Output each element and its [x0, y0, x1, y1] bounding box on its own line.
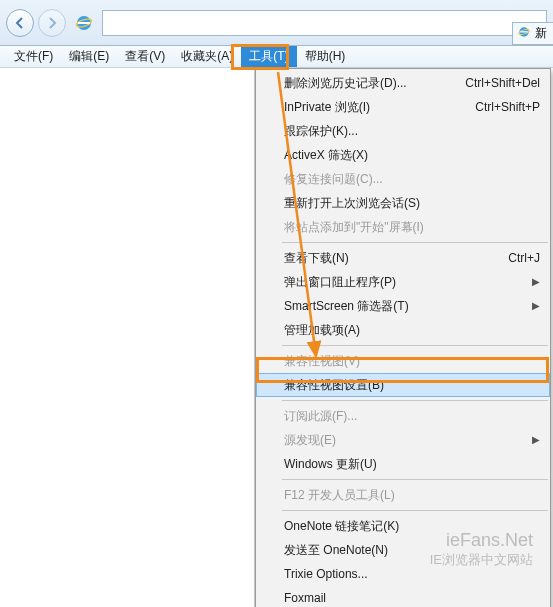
menu-file[interactable]: 文件(F) — [6, 46, 61, 67]
menu-item-label: Trixie Options... — [284, 566, 368, 582]
menu-item[interactable]: Trixie Options... — [256, 562, 550, 586]
tab[interactable]: 新 — [512, 22, 553, 45]
menu-item-label: 跟踪保护(K)... — [284, 123, 358, 139]
menu-item: 订阅此源(F)... — [256, 404, 550, 428]
menu-item-label: Windows 更新(U) — [284, 456, 377, 472]
menu-item-label: 订阅此源(F)... — [284, 408, 357, 424]
svg-rect-5 — [520, 31, 528, 32]
submenu-arrow-icon: ▶ — [532, 298, 540, 314]
menu-item[interactable]: SmartScreen 筛选器(T)▶ — [256, 294, 550, 318]
forward-button[interactable] — [38, 9, 66, 37]
menu-item-shortcut: Ctrl+Shift+P — [455, 99, 540, 115]
menu-item-label: OneNote 链接笔记(K) — [284, 518, 399, 534]
menu-item-label: 查看下载(N) — [284, 250, 349, 266]
menu-view[interactable]: 查看(V) — [117, 46, 173, 67]
menu-item-label: ActiveX 筛选(X) — [284, 147, 368, 163]
svg-rect-2 — [78, 22, 90, 24]
menu-item[interactable]: 重新打开上次浏览会话(S) — [256, 191, 550, 215]
menu-item-shortcut: Ctrl+Shift+Del — [445, 75, 540, 91]
menu-item[interactable]: 查看下载(N)Ctrl+J — [256, 246, 550, 270]
tab-label: 新 — [535, 25, 547, 42]
menu-item: 兼容性视图(V) — [256, 349, 550, 373]
menu-item[interactable]: 跟踪保护(K)... — [256, 119, 550, 143]
submenu-arrow-icon: ▶ — [532, 432, 540, 448]
menu-item[interactable]: OneNote 链接笔记(K) — [256, 514, 550, 538]
ie-logo-icon — [74, 13, 94, 33]
back-button[interactable] — [6, 9, 34, 37]
menu-item-label: 修复连接问题(C)... — [284, 171, 383, 187]
menu-item[interactable]: 兼容性视图设置(B) — [256, 373, 550, 397]
menu-item[interactable]: 删除浏览历史记录(D)...Ctrl+Shift+Del — [256, 71, 550, 95]
menu-item[interactable]: 管理加载项(A) — [256, 318, 550, 342]
tools-dropdown: 删除浏览历史记录(D)...Ctrl+Shift+DelInPrivate 浏览… — [255, 68, 551, 607]
menu-item-label: SmartScreen 筛选器(T) — [284, 298, 409, 314]
menu-item: 修复连接问题(C)... — [256, 167, 550, 191]
menu-separator — [282, 242, 548, 243]
menu-item: 将站点添加到"开始"屏幕(I) — [256, 215, 550, 239]
menu-tools[interactable]: 工具(T) — [241, 46, 296, 67]
menu-item[interactable]: 发送至 OneNote(N) — [256, 538, 550, 562]
menu-help[interactable]: 帮助(H) — [297, 46, 354, 67]
menu-item: 源发现(E)▶ — [256, 428, 550, 452]
menu-item-label: 弹出窗口阻止程序(P) — [284, 274, 396, 290]
menu-item[interactable]: ActiveX 筛选(X) — [256, 143, 550, 167]
submenu-arrow-icon: ▶ — [532, 274, 540, 290]
menu-separator — [282, 400, 548, 401]
menu-item[interactable]: Windows 更新(U) — [256, 452, 550, 476]
menu-item-label: InPrivate 浏览(I) — [284, 99, 370, 115]
menu-item-label: 重新打开上次浏览会话(S) — [284, 195, 420, 211]
menu-item-label: 兼容性视图(V) — [284, 353, 360, 369]
menu-item-shortcut: Ctrl+J — [488, 250, 540, 266]
menu-item-label: F12 开发人员工具(L) — [284, 487, 395, 503]
menu-item[interactable]: InPrivate 浏览(I)Ctrl+Shift+P — [256, 95, 550, 119]
menu-item-label: 发送至 OneNote(N) — [284, 542, 388, 558]
browser-toolbar — [0, 0, 553, 46]
menu-favorites[interactable]: 收藏夹(A) — [173, 46, 241, 67]
menu-separator — [282, 479, 548, 480]
menu-item-label: 管理加载项(A) — [284, 322, 360, 338]
menu-separator — [282, 345, 548, 346]
menu-item-label: 源发现(E) — [284, 432, 336, 448]
content-area — [0, 68, 255, 607]
menu-item[interactable]: 弹出窗口阻止程序(P)▶ — [256, 270, 550, 294]
menu-item-label: 删除浏览历史记录(D)... — [284, 75, 407, 91]
menu-item-label: Foxmail — [284, 590, 326, 606]
menu-item-label: 兼容性视图设置(B) — [284, 377, 384, 393]
menubar: 文件(F) 编辑(E) 查看(V) 收藏夹(A) 工具(T) 帮助(H) — [0, 46, 553, 68]
menu-item-label: 将站点添加到"开始"屏幕(I) — [284, 219, 424, 235]
address-bar[interactable] — [102, 10, 547, 36]
menu-item: F12 开发人员工具(L) — [256, 483, 550, 507]
menu-item[interactable]: Foxmail — [256, 586, 550, 607]
menu-edit[interactable]: 编辑(E) — [61, 46, 117, 67]
menu-separator — [282, 510, 548, 511]
ie-tab-icon — [517, 25, 531, 42]
